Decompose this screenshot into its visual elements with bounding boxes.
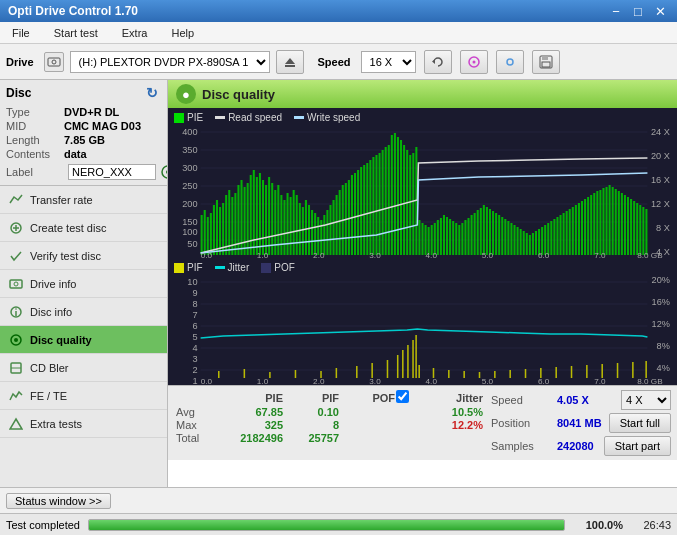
eject-button[interactable] <box>276 50 304 74</box>
read-speed-color-swatch <box>215 116 225 119</box>
main-content: Disc ↻ Type DVD+R DL MID CMC MAG D03 Len… <box>0 80 677 487</box>
svg-text:1: 1 <box>192 376 197 385</box>
svg-rect-105 <box>375 155 377 255</box>
label-input[interactable] <box>68 164 156 180</box>
start-part-button[interactable]: Start part <box>604 436 671 456</box>
svg-text:6: 6 <box>192 321 197 331</box>
svg-rect-177 <box>596 191 598 255</box>
svg-text:5.0: 5.0 <box>482 251 494 260</box>
svg-rect-150 <box>513 225 515 255</box>
jitter-header: Jitter <box>413 392 483 404</box>
svg-rect-16 <box>10 280 22 288</box>
svg-rect-244 <box>509 370 511 378</box>
nav-transfer-rate[interactable]: Transfer rate <box>0 186 167 214</box>
svg-text:8%: 8% <box>657 341 670 351</box>
svg-rect-10 <box>542 62 550 67</box>
svg-rect-233 <box>397 355 399 378</box>
svg-rect-168 <box>569 209 571 255</box>
menu-start-test[interactable]: Start test <box>46 25 106 41</box>
svg-rect-85 <box>314 213 316 255</box>
svg-rect-225 <box>244 369 246 378</box>
svg-rect-248 <box>571 366 573 378</box>
svg-text:7: 7 <box>192 310 197 320</box>
disc-refresh-icon[interactable]: ↻ <box>143 84 161 102</box>
pif-legend-label: PIF <box>187 262 203 273</box>
max-jitter: 12.2% <box>413 419 483 431</box>
nav-disc-info[interactable]: Disc info <box>0 298 167 326</box>
jitter-legend-label: Jitter <box>228 262 250 273</box>
maximize-button[interactable]: □ <box>629 3 647 19</box>
start-full-button[interactable]: Start full <box>609 413 671 433</box>
svg-text:4.0: 4.0 <box>426 377 438 385</box>
nav-verify-test-disc[interactable]: Verify test disc <box>0 242 167 270</box>
total-pif: 25757 <box>284 432 339 444</box>
speed-select[interactable]: 16 X <box>361 51 416 73</box>
svg-marker-2 <box>285 58 295 64</box>
svg-rect-229 <box>336 368 338 378</box>
settings-button[interactable] <box>496 50 524 74</box>
svg-rect-176 <box>593 193 595 255</box>
nav-disc-quality[interactable]: Disc quality <box>0 326 167 354</box>
menu-extra[interactable]: Extra <box>114 25 156 41</box>
svg-text:10: 10 <box>187 277 197 287</box>
disc-mid-row: MID CMC MAG D03 <box>6 120 161 132</box>
svg-rect-148 <box>507 221 509 255</box>
disc-button[interactable] <box>460 50 488 74</box>
fe-te-icon <box>8 388 24 404</box>
nav-extra-tests-label: Extra tests <box>30 418 82 430</box>
svg-rect-230 <box>356 366 358 378</box>
svg-rect-75 <box>283 200 285 255</box>
svg-rect-48 <box>201 215 203 255</box>
nav-list: Transfer rate Create test disc Verify te… <box>0 186 167 438</box>
drive-select[interactable]: (H:) PLEXTOR DVDR PX-890SA 1.00 <box>70 51 270 73</box>
svg-rect-116 <box>409 155 411 255</box>
svg-rect-162 <box>550 221 552 255</box>
minimize-button[interactable]: − <box>607 3 625 19</box>
time-display: 26:43 <box>631 519 671 531</box>
svg-rect-50 <box>207 217 209 255</box>
svg-text:300: 300 <box>182 163 197 173</box>
save-button[interactable] <box>532 50 560 74</box>
close-button[interactable]: ✕ <box>651 3 669 19</box>
label-edit-icon[interactable] <box>160 163 168 181</box>
nav-fe-te[interactable]: FE / TE <box>0 382 167 410</box>
svg-rect-96 <box>348 180 350 255</box>
svg-text:4: 4 <box>192 343 197 353</box>
nav-transfer-rate-label: Transfer rate <box>30 194 93 206</box>
pie-legend-label: PIE <box>187 112 203 123</box>
svg-rect-231 <box>371 363 373 378</box>
jitter-color-swatch <box>215 266 225 269</box>
pof-color-swatch <box>261 263 271 273</box>
bottom-bar: Test completed 100.0% 26:43 <box>0 513 677 535</box>
right-panel: ● Disc quality PIE Read speed Write spee… <box>168 80 677 487</box>
speed-dropdown[interactable]: 4 X <box>621 390 671 410</box>
progress-bar-wrap <box>88 519 565 531</box>
jitter-checkbox-wrap[interactable] <box>396 390 412 405</box>
svg-rect-186 <box>624 195 626 255</box>
nav-create-test-disc[interactable]: Create test disc <box>0 214 167 242</box>
nav-drive-info[interactable]: Drive info <box>0 270 167 298</box>
status-window-button[interactable]: Status window >> <box>6 493 111 509</box>
svg-rect-3 <box>285 65 295 67</box>
window-controls: − □ ✕ <box>607 3 669 19</box>
total-label: Total <box>176 432 212 444</box>
menu-file[interactable]: File <box>4 25 38 41</box>
svg-text:6.0: 6.0 <box>538 377 550 385</box>
svg-rect-141 <box>486 207 488 255</box>
nav-extra-tests[interactable]: Extra tests <box>0 410 167 438</box>
svg-rect-78 <box>293 190 295 255</box>
write-speed-legend-label: Write speed <box>307 112 360 123</box>
svg-rect-180 <box>606 187 608 255</box>
write-speed-color-swatch <box>294 116 304 119</box>
jitter-checkbox[interactable] <box>396 390 409 403</box>
nav-cd-bler[interactable]: CD Bler <box>0 354 167 382</box>
svg-rect-170 <box>575 205 577 255</box>
svg-rect-80 <box>299 203 301 255</box>
disc-quality-title: Disc quality <box>202 87 275 102</box>
svg-rect-234 <box>402 350 404 378</box>
menu-help[interactable]: Help <box>163 25 202 41</box>
refresh-button[interactable] <box>424 50 452 74</box>
speed-info-label: Speed <box>491 394 551 406</box>
app-title: Opti Drive Control 1.70 <box>8 4 138 18</box>
label-label: Label <box>6 166 64 178</box>
